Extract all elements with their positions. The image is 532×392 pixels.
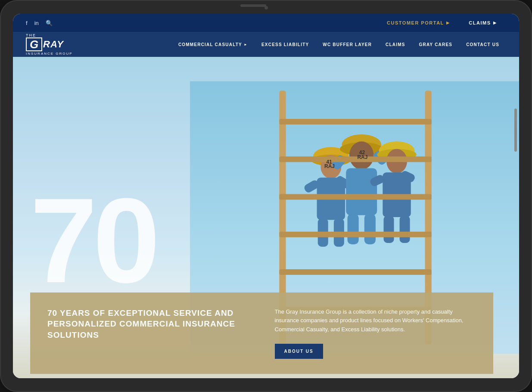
nav-items: COMMERCIAL CASUALTY ► EXCESS LIABILITY W…: [86, 32, 506, 57]
hero-section: 41 RAJ 42 RAJ 70 70 YEARS OF EXCEPTIONAL…: [13, 57, 519, 378]
hero-description: The Gray Insurance Group is a collection…: [275, 308, 476, 334]
logo-ray-text: RAY: [43, 39, 64, 50]
utility-bar: f in 🔍 CUSTOMER PORTAL ▶ CLAIMS ▶: [13, 14, 519, 32]
logo-insurance-text: INSURANCE GROUP: [26, 52, 73, 56]
nav-excess-liability-label: EXCESS LIABILITY: [261, 42, 309, 47]
svg-rect-29: [280, 194, 432, 199]
svg-rect-12: [346, 168, 377, 215]
svg-text:RAJ: RAJ: [358, 154, 368, 160]
hero-headline: 70 YEARS OF EXCEPTIONAL SERVICE AND PERS…: [47, 308, 249, 341]
hero-right: The Gray Insurance Group is a collection…: [275, 308, 476, 359]
search-icon[interactable]: 🔍: [46, 20, 53, 26]
nav-commercial-casualty-label: COMMERCIAL CASUALTY: [178, 42, 242, 47]
utility-right: CUSTOMER PORTAL ▶ CLAIMS ▶: [377, 20, 506, 25]
nav-commercial-casualty[interactable]: COMMERCIAL CASUALTY ►: [171, 32, 255, 57]
tablet-frame: f in 🔍 CUSTOMER PORTAL ▶ CLAIMS ▶ THE: [0, 0, 532, 392]
customer-portal-button[interactable]: CUSTOMER PORTAL ▶: [377, 20, 459, 25]
svg-rect-30: [280, 232, 432, 237]
hero-bg-number: 70: [30, 180, 156, 301]
claims-arrow: ▶: [493, 21, 497, 25]
nav-wc-buffer-layer[interactable]: WC BUFFER LAYER: [316, 32, 379, 57]
hero-left: 70 YEARS OF EXCEPTIONAL SERVICE AND PERS…: [47, 308, 249, 341]
customer-portal-arrow: ▶: [446, 21, 450, 25]
nav-wc-buffer-layer-label: WC BUFFER LAYER: [323, 42, 372, 47]
nav-claims[interactable]: CLAIMS: [379, 32, 412, 57]
svg-rect-28: [280, 156, 432, 162]
nav-claims-label: CLAIMS: [386, 42, 405, 47]
nav-contact-us-label: CONTACT US: [466, 42, 499, 47]
hero-content-box: 70 YEARS OF EXCEPTIONAL SERVICE AND PERS…: [30, 292, 493, 374]
commercial-casualty-arrow: ►: [244, 43, 248, 47]
svg-rect-23: [384, 216, 394, 243]
claims-utility-button[interactable]: CLAIMS ▶: [459, 20, 506, 25]
utility-left: f in 🔍: [26, 20, 53, 26]
logo-g-box: G: [26, 37, 42, 51]
svg-rect-31: [280, 269, 432, 275]
logo-gray: G RAY: [26, 37, 73, 51]
svg-rect-27: [280, 119, 432, 124]
nav-gray-cares[interactable]: GRAY CARES: [412, 32, 460, 57]
logo-the: THE: [26, 33, 73, 37]
tablet-screen: f in 🔍 CUSTOMER PORTAL ▶ CLAIMS ▶ THE: [13, 14, 519, 378]
about-us-button[interactable]: ABOUT US: [275, 344, 323, 359]
nav-contact-us[interactable]: CONTACT US: [459, 32, 506, 57]
main-nav: THE G RAY INSURANCE GROUP COMMERCIAL CAS…: [13, 32, 519, 57]
logo: THE G RAY INSURANCE GROUP: [26, 33, 73, 56]
customer-portal-label: CUSTOMER PORTAL: [387, 20, 444, 25]
svg-rect-16: [364, 214, 376, 244]
linkedin-icon[interactable]: in: [34, 20, 39, 26]
logo-g-letter: G: [30, 39, 38, 50]
logo-area[interactable]: THE G RAY INSURANCE GROUP: [26, 33, 73, 56]
svg-text:RAJ: RAJ: [324, 163, 335, 169]
nav-excess-liability[interactable]: EXCESS LIABILITY: [255, 32, 316, 57]
scrollbar[interactable]: [514, 109, 517, 152]
claims-utility-label: CLAIMS: [469, 20, 491, 25]
svg-rect-15: [348, 214, 359, 244]
facebook-icon[interactable]: f: [26, 20, 28, 26]
svg-rect-24: [400, 216, 410, 243]
nav-gray-cares-label: GRAY CARES: [419, 42, 453, 47]
